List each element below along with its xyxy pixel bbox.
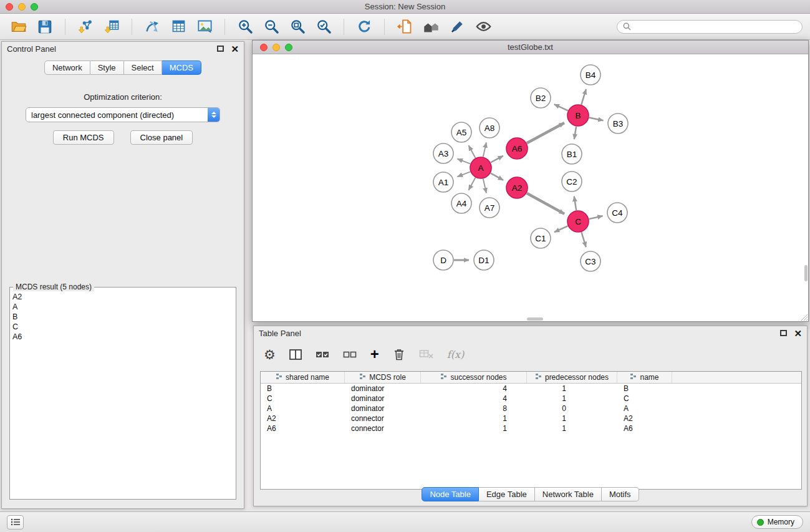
cell[interactable]: 1 [527,423,617,433]
float-table-panel-button[interactable] [780,330,787,336]
edge-A-A5[interactable] [469,145,476,158]
table-settings-button[interactable]: ⚙ [264,345,276,364]
deselect-all-button[interactable] [343,345,357,364]
cell[interactable]: dominator [345,394,421,404]
edge-B-B4[interactable] [581,89,586,105]
edge-A2-C[interactable] [527,193,564,214]
edge-B-B3[interactable] [589,118,604,121]
node-D[interactable]: D [433,250,453,270]
node-C3[interactable]: C3 [581,251,600,271]
node-A1[interactable]: A1 [433,172,453,192]
zoom-network-window-button[interactable] [285,44,292,51]
home-button[interactable] [420,16,442,37]
edge-C-C4[interactable] [589,216,603,219]
delete-row-button[interactable] [392,345,406,364]
node-A[interactable]: A [470,157,491,178]
zoom-selected-button[interactable] [312,16,335,37]
tab-network[interactable]: Network [44,60,90,75]
refresh-layout-button[interactable] [353,16,375,37]
resize-grip-icon[interactable] [800,313,808,321]
edge-A-A4[interactable] [469,178,476,190]
search-input[interactable] [635,22,796,31]
float-panel-button[interactable] [217,46,224,52]
node-B3[interactable]: B3 [608,114,628,133]
column-header-MCDS-role[interactable]: MCDS role [345,372,421,383]
export-image-button[interactable] [193,16,216,37]
tab-edge-table[interactable]: Edge Table [479,487,535,501]
edge-A-A6[interactable] [491,156,503,163]
edge-B-B1[interactable] [574,127,576,140]
cell[interactable]: A [261,404,345,414]
node-C1[interactable]: C1 [531,228,551,248]
cell[interactable]: A6 [617,423,672,433]
clear-table-button[interactable] [419,345,434,364]
result-item[interactable]: A6 [12,332,233,342]
cell[interactable]: B [261,384,345,394]
cell[interactable]: dominator [345,384,421,394]
zoom-fit-button[interactable] [286,16,309,37]
cell[interactable]: B [617,384,672,394]
table-row[interactable]: Cdominator41C [261,394,801,404]
node-A8[interactable]: A8 [480,118,499,138]
node-B1[interactable]: B1 [562,144,582,164]
close-window-button[interactable] [6,3,13,11]
zoom-window-button[interactable] [31,3,38,11]
edge-A-A2[interactable] [491,173,503,180]
new-table-button[interactable] [167,16,190,37]
close-network-window-button[interactable] [260,44,268,51]
minimize-window-button[interactable] [18,3,26,11]
edge-C-C3[interactable] [581,232,586,247]
annotation-button[interactable] [446,16,468,37]
cell[interactable]: 8 [421,404,527,414]
node-A6[interactable]: A6 [506,138,528,159]
close-table-panel-button[interactable]: ✕ [794,329,802,338]
task-history-button[interactable] [7,515,24,530]
table-row[interactable]: A2connector11A2 [261,414,801,423]
node-A2[interactable]: A2 [506,177,528,198]
cell[interactable]: dominator [345,404,421,414]
result-item[interactable]: A [12,302,233,312]
tab-motifs[interactable]: Motifs [602,487,639,501]
result-item[interactable]: A2 [12,292,233,302]
node-B[interactable]: B [567,105,589,126]
node-A5[interactable]: A5 [451,122,471,142]
cell[interactable]: 1 [527,384,617,394]
horizontal-scroll-thumb[interactable] [527,317,543,321]
tab-style[interactable]: Style [90,60,124,75]
edge-A-A8[interactable] [483,142,486,157]
cell[interactable]: A6 [261,423,345,433]
import-table-button[interactable] [100,16,123,37]
add-row-button[interactable]: + [370,345,379,364]
import-network-button[interactable] [74,16,97,37]
tab-network-table[interactable]: Network Table [535,487,602,501]
zoom-in-button[interactable] [234,16,256,37]
table-row[interactable]: Bdominator41B [261,384,801,394]
network-canvas-svg[interactable]: B4B2BB3A8A5A6B1A3AA1C2A2A4A7C4CC1C3DD1 [253,54,808,321]
zoom-out-button[interactable] [260,16,282,37]
tab-node-table[interactable]: Node Table [422,487,479,501]
result-item[interactable]: C [12,322,233,332]
criterion-dropdown[interactable]: largest connected component (directed) [26,107,220,122]
minimize-network-window-button[interactable] [272,44,280,51]
edge-C-C1[interactable] [554,226,568,232]
cell[interactable]: A [617,404,672,414]
node-B2[interactable]: B2 [531,88,551,108]
close-panel-mcds-button[interactable]: Close panel [130,130,193,145]
cell[interactable]: 1 [527,414,617,423]
column-header-name[interactable]: name [617,372,672,383]
node-A4[interactable]: A4 [451,193,471,213]
cell[interactable]: A2 [261,414,345,423]
node-A3[interactable]: A3 [433,143,453,163]
cell[interactable]: 1 [421,414,527,423]
node-A7[interactable]: A7 [480,198,499,218]
node-C4[interactable]: C4 [607,203,627,223]
column-header-predecessor-nodes[interactable]: predecessor nodes [527,372,617,383]
new-network-button[interactable] [141,16,163,37]
node-C[interactable]: C [567,211,589,232]
result-item[interactable]: B [12,312,233,322]
select-all-button[interactable] [316,345,330,364]
edge-A6-B[interactable] [527,123,564,143]
run-mcds-button[interactable]: Run MCDS [53,130,114,145]
table-row[interactable]: Adominator80A [261,404,801,414]
cell[interactable]: connector [345,423,421,433]
